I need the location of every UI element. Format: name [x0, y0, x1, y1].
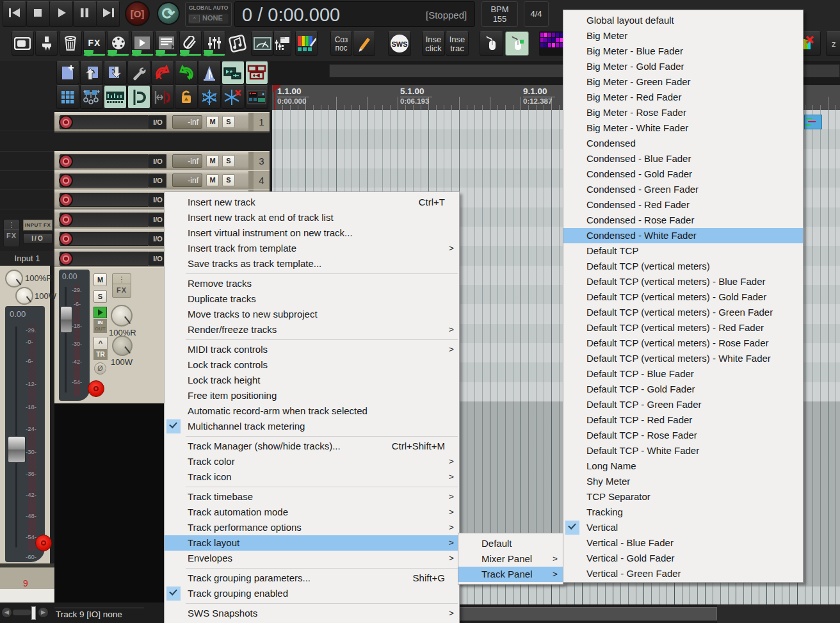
- svg-text:SWS: SWS: [391, 40, 407, 48]
